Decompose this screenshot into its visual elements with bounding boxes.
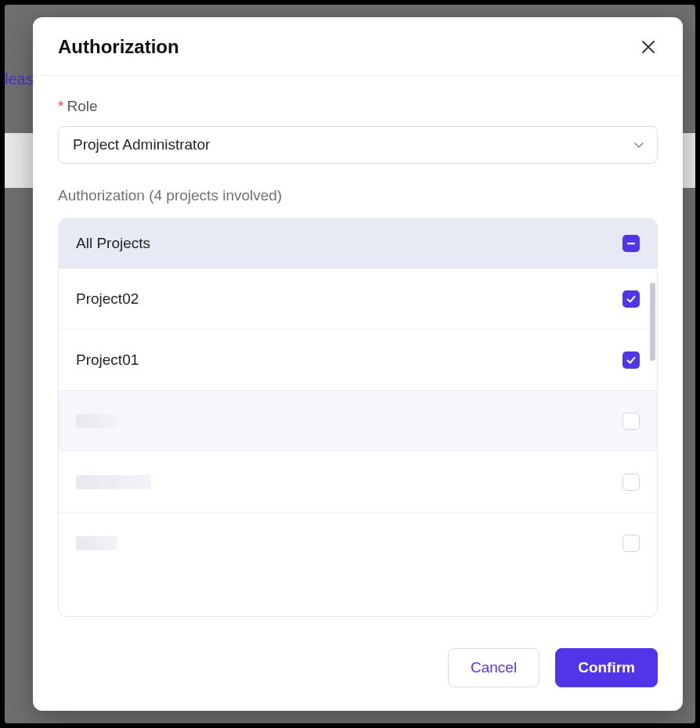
chevron-down-icon <box>633 136 644 153</box>
project-name: Project01 <box>76 351 139 369</box>
role-field-label: *Role <box>58 98 658 115</box>
close-icon <box>641 40 655 54</box>
authorization-modal: Authorization *Role Project Administrato… <box>33 17 683 711</box>
confirm-button[interactable]: Confirm <box>555 648 658 687</box>
background-link-fragment: leas <box>5 70 34 88</box>
cancel-button[interactable]: Cancel <box>448 648 539 687</box>
modal-body: *Role Project Administrator Authorizatio… <box>33 76 683 626</box>
modal-header: Authorization <box>33 17 683 76</box>
project-list: All Projects Project02 Project01 <box>58 218 658 617</box>
project-name-redacted <box>76 536 117 550</box>
cancel-button-label: Cancel <box>471 659 517 676</box>
all-projects-label: All Projects <box>76 235 150 252</box>
all-projects-checkbox[interactable] <box>622 235 640 252</box>
close-button[interactable] <box>639 38 658 56</box>
role-label-text: Role <box>67 98 97 114</box>
check-icon <box>626 355 637 366</box>
project-checkbox[interactable] <box>622 413 640 430</box>
confirm-button-label: Confirm <box>578 659 635 676</box>
required-indicator: * <box>58 98 63 114</box>
project-name-redacted <box>76 475 151 489</box>
project-row[interactable] <box>59 513 657 574</box>
role-select[interactable]: Project Administrator <box>58 126 658 164</box>
project-checkbox[interactable] <box>622 351 640 369</box>
svg-rect-0 <box>627 243 635 244</box>
project-checkbox[interactable] <box>622 290 640 308</box>
check-icon <box>626 294 637 305</box>
project-name-redacted <box>76 414 117 428</box>
project-checkbox[interactable] <box>622 535 640 552</box>
project-row[interactable]: Project01 <box>59 330 657 391</box>
indeterminate-icon <box>626 238 637 249</box>
project-scroll-area[interactable]: Project02 Project01 <box>59 268 657 616</box>
scrollbar-thumb[interactable] <box>650 283 655 361</box>
project-checkbox[interactable] <box>622 474 640 491</box>
role-select-value: Project Administrator <box>73 136 210 153</box>
project-row[interactable]: Project02 <box>59 268 657 330</box>
modal-title: Authorization <box>58 36 179 58</box>
project-row[interactable] <box>59 391 657 452</box>
authorization-section-label: Authorization (4 projects involved) <box>58 187 658 204</box>
project-name: Project02 <box>76 290 139 308</box>
all-projects-row[interactable]: All Projects <box>59 219 657 268</box>
project-row[interactable] <box>59 452 657 513</box>
modal-footer: Cancel Confirm <box>33 626 683 711</box>
